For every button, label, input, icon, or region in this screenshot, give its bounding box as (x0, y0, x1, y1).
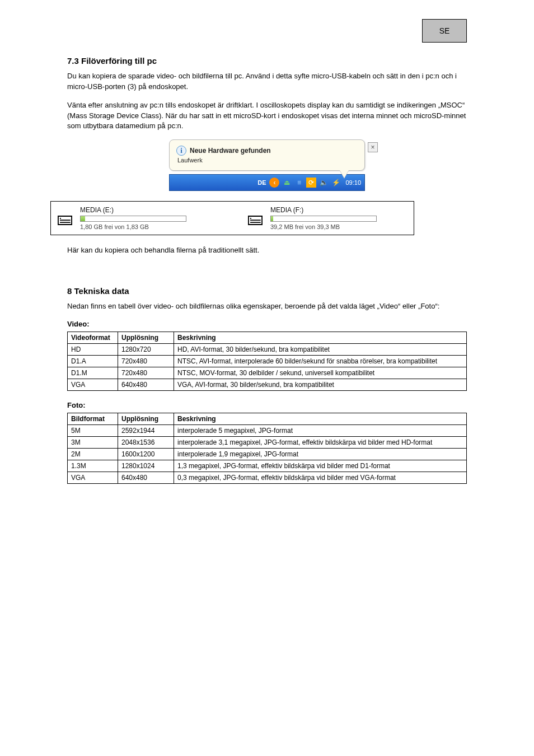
page-badge: SE (422, 19, 467, 43)
tray-update-icon[interactable]: ⟳ (306, 178, 316, 188)
balloon-title: Neue Hardware gefunden (190, 147, 271, 155)
heading-file-transfer: 7.3 Filöverföring till pc (67, 56, 467, 66)
table-row: 1.3M1280x10241,3 megapixel, JPG-format, … (68, 460, 467, 472)
balloon-subtitle: Laufwerk (177, 157, 358, 164)
paragraph: Nedan finns en tabell över video- och bi… (67, 301, 467, 312)
th-format: Bildformat (68, 413, 118, 424)
taskbar-language[interactable]: DE (257, 179, 266, 186)
tray-safely-remove-icon[interactable]: ⏏ (282, 178, 292, 188)
tray-volume-icon[interactable]: 🔈 (318, 178, 329, 188)
video-table: Videoformat Upplösning Beskrivning HD128… (67, 332, 467, 391)
paragraph: Här kan du kopiera och behandla filerna … (67, 245, 467, 256)
info-icon: i (176, 146, 186, 156)
drive-free-text: 1,80 GB frei von 1,83 GB (80, 223, 186, 230)
table-row: 5M2592x1944interpolerade 5 megapixel, JP… (68, 424, 467, 436)
table-row: VGA640x4800,3 megapixel, JPG-format, eff… (68, 472, 467, 483)
table-row: VGA640x480VGA, AVI-format, 30 bilder/sek… (68, 379, 467, 390)
screenshot-group: × i Neue Hardware gefunden Laufwerk DE ‹… (67, 139, 467, 235)
table-caption-video: Video: (67, 320, 467, 328)
th-format: Videoformat (68, 332, 118, 343)
table-row: D1.A720x480NTSC, AVI-format, interpolera… (68, 355, 467, 367)
table-row: HD1280x720HD, AVI-format, 30 bilder/seku… (68, 343, 467, 355)
tray-back-icon[interactable]: ‹ (269, 178, 279, 188)
drive-capacity-bar (80, 216, 186, 222)
heading-tech-data: 8 Tekniska data (67, 286, 467, 296)
drive-free-text: 39,2 MB frei von 39,3 MB (270, 223, 377, 230)
table-header-row: Videoformat Upplösning Beskrivning (68, 332, 467, 343)
balloon-tail (340, 170, 349, 178)
drive-label: MEDIA (E:) (80, 206, 186, 214)
paragraph: Du kan kopiera de sparade video- och bil… (67, 71, 467, 92)
th-description: Beskrivning (174, 332, 467, 343)
th-description: Beskrivning (174, 413, 467, 424)
table-caption-foto: Foto: (67, 401, 467, 409)
tray-network-icon[interactable]: ≡ (294, 178, 304, 188)
paragraph: Vänta efter anslutning av pc:n tills end… (67, 100, 467, 132)
table-header-row: Bildformat Upplösning Beskrivning (68, 413, 467, 424)
taskbar-time: 09:10 (345, 179, 361, 186)
close-icon[interactable]: × (368, 142, 378, 152)
drive-f[interactable]: 🖴 MEDIA (F:) 39,2 MB frei von 39,3 MB (247, 206, 404, 230)
table-row: 3M2048x1536interpolerade 3,1 megapixel, … (68, 436, 467, 448)
drive-icon: 🖴 (57, 210, 73, 227)
foto-table: Bildformat Upplösning Beskrivning 5M2592… (67, 413, 467, 484)
th-resolution: Upplösning (118, 413, 174, 424)
th-resolution: Upplösning (118, 332, 174, 343)
tray-battery-icon[interactable]: ⚡ (331, 178, 341, 188)
drive-e[interactable]: 🖴 MEDIA (E:) 1,80 GB frei von 1,83 GB (57, 206, 213, 230)
taskbar: DE ‹ ⏏ ≡ ⟳ 🔈 ⚡ 09:10 (169, 174, 365, 191)
drive-capacity-bar (270, 216, 377, 222)
table-row: D1.M720x480NTSC, MOV-format, 30 delbilde… (68, 367, 467, 379)
drives-panel: 🖴 MEDIA (E:) 1,80 GB frei von 1,83 GB 🖴 … (50, 201, 414, 235)
found-hardware-balloon: × i Neue Hardware gefunden Laufwerk (169, 139, 365, 171)
table-row: 2M1600x1200interpolerade 1,9 megapixel, … (68, 448, 467, 460)
drive-label: MEDIA (F:) (270, 206, 377, 214)
drive-icon: 🖴 (247, 210, 264, 227)
